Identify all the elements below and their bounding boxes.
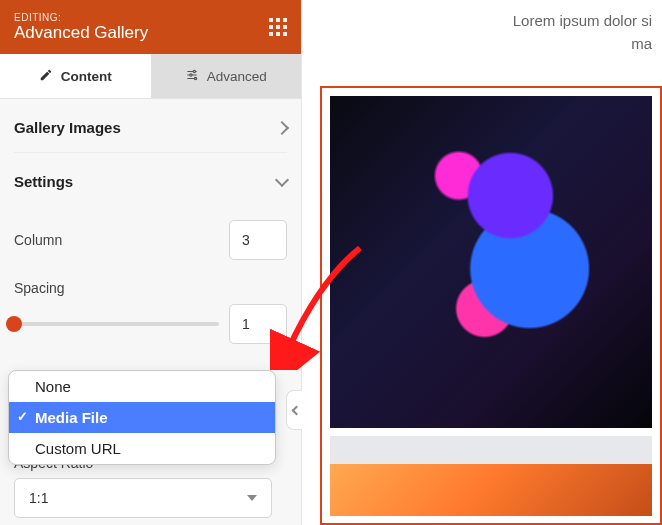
lorem-text: Lorem ipsum dolor si ma <box>513 10 652 55</box>
chevron-down-icon <box>275 172 289 186</box>
aspect-ratio-select[interactable]: 1:1 <box>14 478 272 518</box>
slider-thumb[interactable] <box>6 316 22 332</box>
field-column: Column <box>14 206 287 266</box>
collapse-sidebar-button[interactable] <box>286 390 302 430</box>
tab-advanced[interactable]: Advanced <box>151 54 302 98</box>
field-spacing: Spacing <box>14 266 287 296</box>
spacing-label: Spacing <box>14 280 65 296</box>
tab-content[interactable]: Content <box>0 54 151 98</box>
panel-header: EDITING: Advanced Gallery <box>0 0 301 54</box>
editor-canvas: Lorem ipsum dolor si ma <box>302 0 662 525</box>
section-gallery-images-label: Gallery Images <box>14 119 121 136</box>
chevron-left-icon <box>291 405 301 415</box>
spacing-slider[interactable] <box>14 322 219 326</box>
pencil-icon <box>39 68 53 85</box>
editor-sidebar: EDITING: Advanced Gallery Content Advanc… <box>0 0 302 525</box>
app-root: EDITING: Advanced Gallery Content Advanc… <box>0 0 662 525</box>
column-input[interactable] <box>229 220 287 260</box>
spacing-input[interactable] <box>229 304 287 344</box>
tab-advanced-label: Advanced <box>207 69 267 84</box>
link-to-dropdown[interactable]: None Media File Custom URL <box>8 370 276 465</box>
section-settings-label: Settings <box>14 173 73 190</box>
chevron-right-icon <box>275 120 289 134</box>
sliders-icon <box>185 68 199 85</box>
dropdown-option-none[interactable]: None <box>9 371 275 402</box>
gallery-block[interactable] <box>320 86 662 525</box>
section-gallery-images[interactable]: Gallery Images <box>14 99 287 153</box>
panel-title: Advanced Gallery <box>14 23 148 43</box>
svg-point-1 <box>189 74 191 76</box>
caret-down-icon <box>247 495 257 501</box>
tabs: Content Advanced <box>0 54 301 99</box>
column-label: Column <box>14 232 62 248</box>
aspect-ratio-value: 1:1 <box>29 490 48 506</box>
section-settings[interactable]: Settings <box>14 153 287 206</box>
editing-label: EDITING: <box>14 12 148 23</box>
gallery-image-1 <box>330 96 652 436</box>
svg-point-0 <box>193 70 195 72</box>
tab-content-label: Content <box>61 69 112 84</box>
dropdown-option-media-file[interactable]: Media File <box>9 402 275 433</box>
gallery-image-2 <box>330 436 652 516</box>
spacing-slider-row <box>14 296 287 352</box>
drag-handle-icon[interactable] <box>269 18 287 36</box>
dropdown-option-custom-url[interactable]: Custom URL <box>9 433 275 464</box>
